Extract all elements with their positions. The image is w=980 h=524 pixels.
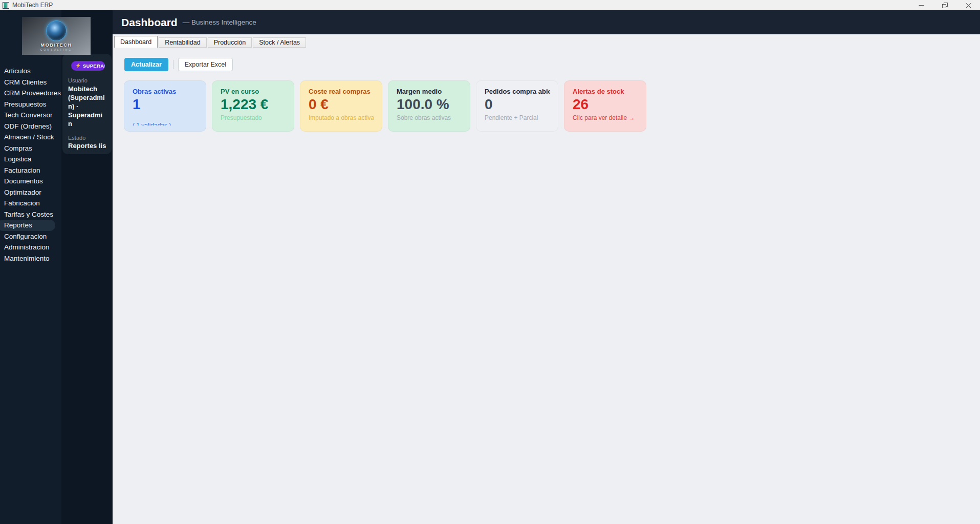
- export-excel-button[interactable]: Exportar Excel: [178, 58, 233, 71]
- restore-button[interactable]: [933, 0, 956, 10]
- card-title: Coste real compras: [309, 88, 374, 95]
- sidebar-item[interactable]: Articulos: [0, 66, 61, 77]
- superadmin-badge: ⚡ SUPERADMIN: [71, 61, 105, 71]
- sidebar-item[interactable]: Documentos: [0, 176, 61, 187]
- logo-emblem-icon: [46, 20, 67, 41]
- brand-logo: MOBITECH CONSULTING: [22, 17, 91, 55]
- user-name: Mobitech (Superadmin) · Superadmin: [68, 85, 106, 129]
- titlebar[interactable]: MobiTech ERP: [0, 0, 980, 10]
- card-subtitle: ( 1 validadas ): [133, 122, 198, 125]
- sidebar-item[interactable]: Configuracion: [0, 231, 61, 242]
- user-label: Usuario: [68, 77, 106, 83]
- sidebar-item[interactable]: Almacen / Stock: [0, 132, 61, 143]
- tab[interactable]: Stock / Alertas: [253, 37, 306, 48]
- sidebar-item[interactable]: Tech Conversor: [0, 110, 61, 121]
- sidebar-item[interactable]: Presupuestos: [0, 99, 61, 110]
- restore-icon: [942, 3, 948, 8]
- tab[interactable]: Producción: [208, 37, 252, 48]
- content-area: DashboardRentabilidadProducciónStock / A…: [113, 34, 980, 524]
- status-value: Reportes listos: [68, 142, 106, 150]
- kpi-cards: Obras activas 1 ( 1 validadas ) PV en cu…: [124, 80, 646, 132]
- card-subtitle: Imputado a obras activas: [309, 114, 374, 121]
- window-title: MobiTech ERP: [12, 2, 53, 9]
- sidebar-item[interactable]: CRM Clientes: [0, 77, 61, 88]
- sidebar-item[interactable]: Administracion: [0, 242, 61, 253]
- page-subtitle: — Business Intelligence: [183, 18, 256, 26]
- card-subtitle: Sobre obras activas: [397, 114, 462, 121]
- card-title: Alertas de stock: [573, 88, 638, 95]
- card-value: 1: [133, 97, 198, 113]
- card-value: 1,223 €: [221, 97, 286, 113]
- sidebar-item[interactable]: Mantenimiento: [0, 253, 61, 264]
- refresh-button[interactable]: Actualizar: [124, 58, 168, 71]
- app-window-icon: [3, 2, 9, 9]
- close-button[interactable]: [956, 0, 980, 10]
- window-controls: [909, 0, 980, 10]
- sidebar: MOBITECH CONSULTING ArticulosCRM Cliente…: [0, 10, 113, 524]
- tab[interactable]: Dashboard: [114, 36, 158, 48]
- sidebar-item[interactable]: Logistica: [0, 154, 61, 165]
- main-area: Dashboard — Business Intelligence Dashbo…: [113, 10, 980, 524]
- close-icon: [966, 3, 971, 8]
- status-label: Estado: [68, 135, 106, 141]
- card-value: 100.0 %: [397, 97, 462, 113]
- minimize-icon: [919, 3, 924, 8]
- card-title: PV en curso: [221, 88, 286, 95]
- sidebar-item[interactable]: ODF (Ordenes): [0, 121, 61, 132]
- kpi-card: Coste real compras 0 € Imputado a obras …: [300, 80, 382, 132]
- superadmin-badge-label: SUPERADMIN: [83, 63, 105, 69]
- kpi-card: Pedidos compra abiertos 0 Pendiente + Pa…: [476, 80, 558, 132]
- logo-sub-text: CONSULTING: [40, 48, 72, 51]
- page-title: Dashboard: [121, 16, 178, 29]
- card-title: Obras activas: [133, 88, 198, 95]
- card-subtitle: Pendiente + Parcial: [485, 114, 550, 121]
- minimize-button[interactable]: [909, 0, 933, 10]
- card-title: Margen medio: [397, 88, 462, 95]
- sidebar-item[interactable]: Tarifas y Costes: [0, 209, 61, 220]
- sidebar-item[interactable]: Optimizador: [0, 187, 61, 198]
- lightning-icon: ⚡: [75, 63, 81, 68]
- tab-bar: DashboardRentabilidadProducciónStock / A…: [114, 36, 306, 48]
- card-value: 0 €: [309, 97, 374, 113]
- kpi-card: Obras activas 1 ( 1 validadas ): [124, 80, 206, 132]
- kpi-card[interactable]: Alertas de stock 26 Clic para ver detall…: [564, 80, 646, 132]
- card-subtitle: Presupuestado: [221, 114, 286, 121]
- sidebar-nav: ArticulosCRM ClientesCRM ProveedoresPres…: [0, 66, 61, 264]
- card-title: Pedidos compra abiertos: [485, 88, 550, 95]
- page-header: Dashboard — Business Intelligence: [113, 10, 980, 34]
- sidebar-item[interactable]: CRM Proveedores: [0, 88, 61, 99]
- kpi-card: PV en curso 1,223 € Presupuestado: [212, 80, 294, 132]
- toolbar-divider: [173, 60, 173, 69]
- user-panel: ⚡ SUPERADMIN Usuario Mobitech (Superadmi…: [62, 54, 112, 154]
- card-subtitle: Clic para ver detalle →: [573, 114, 638, 121]
- toolbar: Actualizar Exportar Excel: [124, 58, 233, 71]
- sidebar-item[interactable]: Fabricacion: [0, 198, 61, 209]
- sidebar-item[interactable]: Reportes: [0, 220, 55, 231]
- card-value: 0: [485, 97, 550, 113]
- card-value: 26: [573, 97, 638, 113]
- logo-brand-text: MOBITECH: [41, 43, 72, 48]
- sidebar-item[interactable]: Facturacion: [0, 165, 61, 176]
- kpi-card: Margen medio 100.0 % Sobre obras activas: [388, 80, 470, 132]
- tab[interactable]: Rentabilidad: [159, 37, 207, 48]
- sidebar-item[interactable]: Compras: [0, 143, 61, 154]
